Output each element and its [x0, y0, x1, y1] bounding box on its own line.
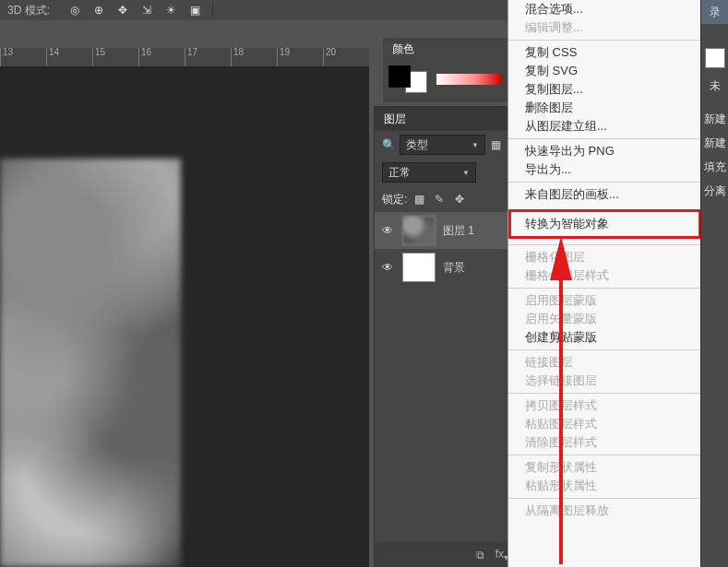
ruler-tick: 19: [277, 48, 323, 66]
highlighted-menu-item: 转换为智能对象: [510, 211, 699, 237]
layer-name[interactable]: 图层 1: [443, 223, 474, 239]
menu-item: 粘贴图层样式: [508, 415, 701, 433]
menu-item: 启用图层蒙版: [508, 291, 701, 310]
menu-item[interactable]: 复制 CSS: [508, 43, 701, 62]
menu-item[interactable]: 来自图层的画板...: [508, 185, 701, 204]
ruler-tick: 18: [231, 48, 277, 66]
lock-position-icon[interactable]: ✥: [451, 191, 468, 207]
ruler-tick: 17: [185, 48, 231, 66]
light-icon[interactable]: ☀: [162, 2, 179, 18]
menu-separator: [508, 182, 701, 183]
menu-item: 粘贴形状属性: [508, 477, 701, 495]
menu-separator: [508, 244, 701, 245]
menu-item: 栅格化图层样式: [508, 266, 701, 285]
ruler-tick: 20: [323, 48, 369, 66]
filter-type-select[interactable]: 类型 ▼: [400, 135, 485, 155]
menu-item[interactable]: 快速导出为 PNG: [508, 142, 701, 160]
menu-item[interactable]: 创建剪贴蒙版: [508, 328, 701, 347]
right-strip: 录 未 新建 新建 填充 分离: [700, 0, 728, 567]
chevron-down-icon: ▼: [462, 169, 470, 177]
menu-item: 链接图层: [508, 353, 701, 372]
pan-icon[interactable]: ⊕: [90, 2, 107, 18]
ruler-tick: 14: [46, 48, 92, 66]
menu-separator: [508, 498, 701, 499]
menu-item[interactable]: 导出为...: [508, 160, 701, 179]
layer-row[interactable]: 👁背景: [375, 249, 508, 286]
menu-item[interactable]: 删除图层: [508, 99, 701, 117]
foreground-swatch[interactable]: [388, 65, 411, 88]
menu-item: 选择链接图层: [508, 372, 701, 390]
chevron-down-icon: ▼: [471, 141, 479, 149]
document-canvas[interactable]: [0, 159, 181, 567]
rstrip-swatch[interactable]: [705, 48, 725, 68]
menu-separator: [508, 393, 701, 394]
layer-row[interactable]: 👁图层 1: [375, 212, 508, 249]
menu-separator: [508, 455, 701, 455]
rstrip-item[interactable]: 填充: [701, 155, 728, 179]
visibility-icon[interactable]: 👁: [380, 224, 395, 237]
blend-mode-label: 正常: [388, 165, 411, 181]
link-layers-icon[interactable]: ⧉: [476, 549, 484, 561]
rstrip-item[interactable]: 新建: [701, 107, 728, 131]
menu-item: 复制形状属性: [508, 458, 701, 477]
menu-item: 编辑调整...: [508, 18, 701, 37]
menu-item[interactable]: 从图层建立组...: [508, 117, 701, 136]
color-tab-label[interactable]: 颜色: [383, 41, 424, 57]
lock-transparency-icon[interactable]: ▩: [411, 191, 427, 207]
layers-tab-label[interactable]: 图层: [384, 112, 406, 127]
scale-icon[interactable]: ⇲: [138, 2, 155, 18]
menu-item[interactable]: 混合选项...: [508, 0, 701, 18]
menu-separator: [508, 288, 701, 289]
ruler: 131415161718192021: [0, 48, 369, 66]
lock-label: 锁定:: [382, 192, 407, 207]
filter-image-icon[interactable]: ▦: [491, 138, 501, 151]
layer-thumbnail[interactable]: [402, 253, 436, 282]
menu-separator: [508, 349, 701, 350]
menu-item[interactable]: 复制图层...: [508, 80, 701, 99]
layer-context-menu: 混合选项...编辑调整...复制 CSS复制 SVG复制图层...删除图层从图层…: [507, 0, 702, 567]
layers-footer: ⧉ fx▾: [375, 542, 516, 567]
color-panel: 颜色: [383, 37, 507, 102]
menu-separator: [508, 138, 701, 139]
mode-label: 3D 模式:: [7, 3, 50, 18]
color-ramp[interactable]: [436, 74, 502, 85]
visibility-icon[interactable]: 👁: [380, 261, 395, 274]
ruler-tick: 13: [0, 48, 46, 66]
options-bar: 3D 模式: ◎ ⊕ ✥ ⇲ ☀ ▣: [0, 0, 515, 20]
canvas-area[interactable]: [0, 66, 369, 567]
move-icon[interactable]: ✥: [114, 2, 131, 18]
layer-thumbnail[interactable]: [402, 216, 436, 245]
menu-item[interactable]: 复制 SVG: [508, 62, 701, 80]
ruler-tick: 15: [92, 48, 138, 66]
menu-item: 从隔离图层释放: [508, 502, 701, 520]
separator: [212, 3, 213, 18]
menu-item: 启用矢量蒙版: [508, 310, 701, 328]
blend-mode-select[interactable]: 正常 ▼: [382, 162, 476, 183]
camera-icon[interactable]: ▣: [186, 2, 203, 18]
filter-type-label: 类型: [406, 137, 428, 153]
rstrip-item[interactable]: 分离: [701, 179, 728, 203]
menu-item[interactable]: 转换为智能对象: [510, 215, 699, 233]
rstrip-item[interactable]: 新建: [701, 131, 728, 155]
orbit-icon[interactable]: ◎: [66, 2, 83, 18]
menu-item: 栅格化图层: [508, 248, 701, 266]
menu-item: 拷贝图层样式: [508, 396, 701, 415]
fx-icon[interactable]: fx▾: [495, 548, 508, 562]
ruler-tick: 16: [138, 48, 185, 66]
rstrip-item[interactable]: 未: [701, 74, 728, 98]
lock-row: 锁定: ▩ ✎ ✥: [375, 186, 508, 212]
lock-paint-icon[interactable]: ✎: [431, 191, 448, 207]
layer-name[interactable]: 背景: [443, 260, 465, 276]
menu-separator: [508, 40, 701, 41]
layers-panel: 图层 🔍 类型 ▼ ▦ 正常 ▼ 锁定: ▩ ✎ ✥ 👁图层 1👁背景 ⧉ fx…: [374, 106, 509, 567]
menu-item: 清除图层样式: [508, 433, 701, 452]
rstrip-item[interactable]: 录: [701, 0, 728, 24]
